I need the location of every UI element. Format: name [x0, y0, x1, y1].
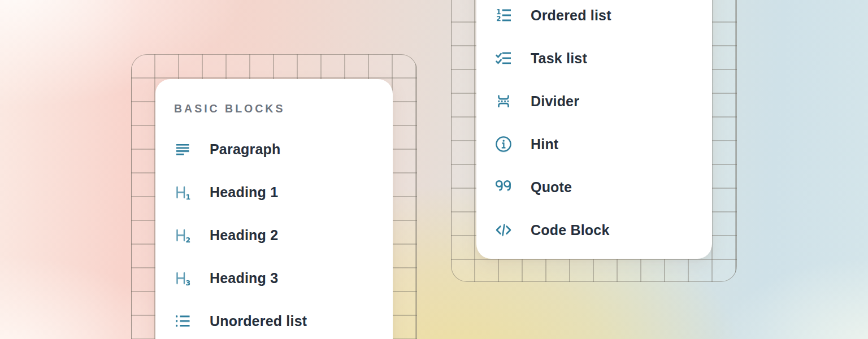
menu-item-label: Ordered list — [531, 7, 611, 24]
heading-1-icon: 1 — [173, 183, 192, 201]
menu-item-label: Unordered list — [210, 313, 307, 329]
menu-item-label: Hint — [531, 136, 558, 153]
menu-item-ordered-list[interactable]: 12Ordered list — [476, 0, 712, 37]
menu-item-hint[interactable]: Hint — [476, 123, 712, 166]
section-label: BASIC BLOCKS — [174, 102, 393, 115]
divider-icon — [494, 92, 513, 110]
menu-item-label: Code Block — [531, 222, 610, 238]
unordered-list-icon — [173, 312, 192, 330]
ordered-list-icon: 12 — [494, 6, 513, 24]
menu-item-divider[interactable]: Divider — [476, 80, 712, 123]
menu-item-paragraph[interactable]: Paragraph — [155, 128, 393, 171]
menu-item-unordered-list[interactable]: Unordered list — [155, 299, 393, 339]
menu-item-label: Heading 2 — [210, 227, 278, 244]
menu-item-code-block[interactable]: Code Block — [476, 208, 712, 251]
quote-icon — [494, 178, 513, 196]
menu-item-heading-1[interactable]: 1Heading 1 — [155, 171, 393, 214]
task-list-icon — [494, 49, 513, 67]
hint-icon — [494, 135, 513, 153]
block-menus-illustration: BASIC BLOCKS Paragraph1Heading 12Heading… — [0, 0, 868, 339]
menu-item-label: Heading 3 — [210, 270, 278, 286]
paragraph-icon — [173, 140, 192, 158]
more-blocks-items: 12Ordered listTask listDividerHintQuoteC… — [476, 0, 712, 251]
menu-item-label: Task list — [531, 50, 587, 67]
menu-item-label: Paragraph — [210, 141, 280, 158]
menu-item-heading-3[interactable]: 3Heading 3 — [155, 257, 393, 299]
menu-item-heading-2[interactable]: 2Heading 2 — [155, 214, 393, 257]
heading-3-icon: 3 — [173, 269, 192, 287]
code-block-icon — [494, 221, 513, 239]
basic-blocks-menu: BASIC BLOCKS Paragraph1Heading 12Heading… — [155, 79, 393, 339]
menu-item-quote[interactable]: Quote — [476, 166, 712, 208]
more-blocks-menu: 12Ordered listTask listDividerHintQuoteC… — [476, 0, 712, 259]
svg-text:2: 2 — [186, 236, 191, 244]
menu-item-label: Quote — [531, 179, 572, 195]
menu-item-label: Divider — [531, 93, 579, 110]
basic-blocks-items: Paragraph1Heading 12Heading 23Heading 3U… — [155, 128, 393, 339]
svg-text:2: 2 — [496, 15, 501, 23]
svg-text:3: 3 — [186, 279, 191, 287]
svg-text:1: 1 — [186, 193, 191, 201]
menu-item-label: Heading 1 — [210, 184, 278, 201]
menu-item-task-list[interactable]: Task list — [476, 37, 712, 80]
heading-2-icon: 2 — [173, 226, 192, 244]
